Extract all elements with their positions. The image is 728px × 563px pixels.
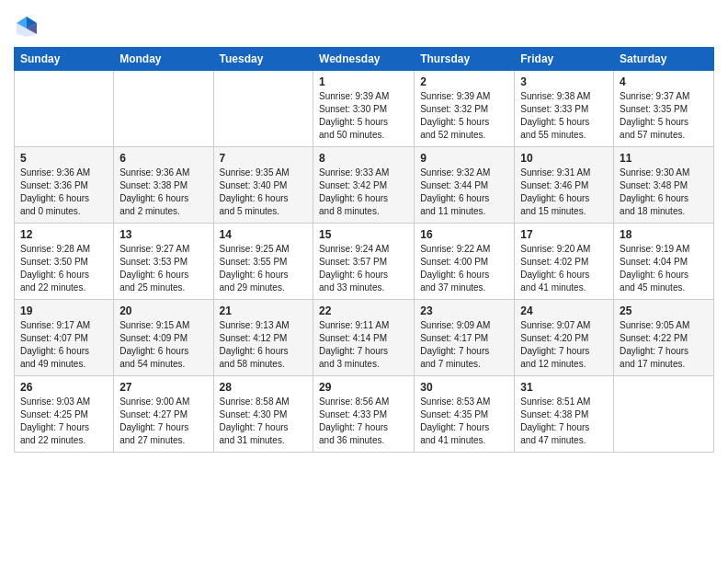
day-info: Sunrise: 8:51 AM Sunset: 4:38 PM Dayligh… — [520, 396, 608, 447]
day-info: Sunrise: 9:24 AM Sunset: 3:57 PM Dayligh… — [319, 243, 408, 294]
calendar-cell: 9Sunrise: 9:32 AM Sunset: 3:44 PM Daylig… — [415, 147, 515, 224]
calendar-cell: 27Sunrise: 9:00 AM Sunset: 4:27 PM Dayli… — [114, 376, 213, 453]
day-info: Sunrise: 9:13 AM Sunset: 4:12 PM Dayligh… — [220, 319, 308, 371]
day-number: 27 — [119, 381, 207, 394]
day-number: 4 — [620, 75, 708, 88]
calendar-cell: 18Sunrise: 9:19 AM Sunset: 4:04 PM Dayli… — [614, 224, 714, 300]
calendar-cell: 24Sunrise: 9:07 AM Sunset: 4:20 PM Dayli… — [515, 300, 614, 376]
calendar-cell: 17Sunrise: 9:20 AM Sunset: 4:02 PM Dayli… — [515, 224, 614, 300]
calendar-cell: 12Sunrise: 9:28 AM Sunset: 3:50 PM Dayli… — [15, 224, 114, 300]
calendar-week-row: 5Sunrise: 9:36 AM Sunset: 3:36 PM Daylig… — [15, 147, 714, 224]
day-number: 30 — [420, 381, 508, 394]
day-number: 10 — [520, 152, 608, 165]
day-number: 23 — [420, 304, 508, 317]
weekday-header-thursday: Thursday — [415, 48, 515, 71]
day-info: Sunrise: 9:07 AM Sunset: 4:20 PM Dayligh… — [520, 319, 608, 371]
day-number: 7 — [220, 152, 308, 165]
calendar-cell: 7Sunrise: 9:35 AM Sunset: 3:40 PM Daylig… — [213, 147, 313, 224]
day-number: 15 — [319, 228, 408, 241]
calendar-cell: 21Sunrise: 9:13 AM Sunset: 4:12 PM Dayli… — [213, 300, 313, 376]
day-number: 26 — [20, 381, 108, 394]
day-info: Sunrise: 8:58 AM Sunset: 4:30 PM Dayligh… — [220, 396, 308, 447]
calendar-cell: 23Sunrise: 9:09 AM Sunset: 4:17 PM Dayli… — [415, 300, 515, 376]
day-number: 25 — [620, 304, 708, 317]
day-number: 24 — [520, 304, 608, 317]
day-number: 17 — [520, 228, 608, 241]
calendar-week-row: 1Sunrise: 9:39 AM Sunset: 3:30 PM Daylig… — [15, 71, 714, 147]
day-info: Sunrise: 9:28 AM Sunset: 3:50 PM Dayligh… — [20, 243, 108, 294]
day-number: 11 — [620, 152, 708, 165]
day-number: 16 — [420, 228, 508, 241]
day-info: Sunrise: 9:19 AM Sunset: 4:04 PM Dayligh… — [620, 243, 708, 294]
day-number: 12 — [20, 228, 108, 241]
day-info: Sunrise: 9:35 AM Sunset: 3:40 PM Dayligh… — [220, 167, 308, 218]
calendar-cell: 1Sunrise: 9:39 AM Sunset: 3:30 PM Daylig… — [313, 71, 415, 147]
day-number: 18 — [620, 228, 708, 241]
calendar-cell: 6Sunrise: 9:36 AM Sunset: 3:38 PM Daylig… — [114, 147, 213, 224]
calendar-cell: 26Sunrise: 9:03 AM Sunset: 4:25 PM Dayli… — [15, 376, 114, 453]
day-info: Sunrise: 9:15 AM Sunset: 4:09 PM Dayligh… — [119, 319, 207, 371]
calendar-week-row: 12Sunrise: 9:28 AM Sunset: 3:50 PM Dayli… — [15, 224, 714, 300]
day-info: Sunrise: 8:56 AM Sunset: 4:33 PM Dayligh… — [319, 396, 408, 447]
day-info: Sunrise: 9:38 AM Sunset: 3:33 PM Dayligh… — [520, 90, 608, 142]
calendar-cell: 13Sunrise: 9:27 AM Sunset: 3:53 PM Dayli… — [114, 224, 213, 300]
logo-icon — [14, 14, 40, 40]
calendar-cell: 2Sunrise: 9:39 AM Sunset: 3:32 PM Daylig… — [415, 71, 515, 147]
calendar-cell: 3Sunrise: 9:38 AM Sunset: 3:33 PM Daylig… — [515, 71, 614, 147]
day-number: 29 — [319, 381, 408, 394]
day-info: Sunrise: 9:32 AM Sunset: 3:44 PM Dayligh… — [420, 167, 508, 218]
calendar-cell: 16Sunrise: 9:22 AM Sunset: 4:00 PM Dayli… — [415, 224, 515, 300]
calendar-cell — [614, 376, 714, 453]
day-info: Sunrise: 9:09 AM Sunset: 4:17 PM Dayligh… — [420, 319, 508, 371]
calendar-cell: 25Sunrise: 9:05 AM Sunset: 4:22 PM Dayli… — [614, 300, 714, 376]
day-info: Sunrise: 9:17 AM Sunset: 4:07 PM Dayligh… — [20, 319, 108, 371]
day-info: Sunrise: 9:39 AM Sunset: 3:30 PM Dayligh… — [319, 90, 408, 142]
calendar-cell: 29Sunrise: 8:56 AM Sunset: 4:33 PM Dayli… — [313, 376, 415, 453]
day-number: 22 — [319, 304, 408, 317]
day-info: Sunrise: 9:36 AM Sunset: 3:36 PM Dayligh… — [20, 167, 108, 218]
weekday-header-tuesday: Tuesday — [213, 48, 313, 71]
calendar-cell: 31Sunrise: 8:51 AM Sunset: 4:38 PM Dayli… — [515, 376, 614, 453]
day-number: 28 — [220, 381, 308, 394]
day-number: 8 — [319, 152, 408, 165]
day-info: Sunrise: 9:03 AM Sunset: 4:25 PM Dayligh… — [20, 396, 108, 447]
day-info: Sunrise: 9:39 AM Sunset: 3:32 PM Dayligh… — [420, 90, 508, 142]
day-info: Sunrise: 9:30 AM Sunset: 3:48 PM Dayligh… — [620, 167, 708, 218]
header — [14, 9, 714, 40]
day-number: 19 — [20, 304, 108, 317]
calendar-header-row: SundayMondayTuesdayWednesdayThursdayFrid… — [15, 48, 714, 71]
calendar-cell: 4Sunrise: 9:37 AM Sunset: 3:35 PM Daylig… — [614, 71, 714, 147]
day-info: Sunrise: 9:33 AM Sunset: 3:42 PM Dayligh… — [319, 167, 408, 218]
day-number: 2 — [420, 75, 508, 88]
calendar-cell: 30Sunrise: 8:53 AM Sunset: 4:35 PM Dayli… — [415, 376, 515, 453]
calendar-cell — [114, 71, 213, 147]
day-number: 31 — [520, 381, 608, 394]
day-info: Sunrise: 9:00 AM Sunset: 4:27 PM Dayligh… — [119, 396, 207, 447]
day-info: Sunrise: 9:37 AM Sunset: 3:35 PM Dayligh… — [620, 90, 708, 142]
day-number: 14 — [220, 228, 308, 241]
day-info: Sunrise: 9:11 AM Sunset: 4:14 PM Dayligh… — [319, 319, 408, 371]
day-info: Sunrise: 9:27 AM Sunset: 3:53 PM Dayligh… — [119, 243, 207, 294]
day-info: Sunrise: 9:36 AM Sunset: 3:38 PM Dayligh… — [119, 167, 207, 218]
calendar-cell: 5Sunrise: 9:36 AM Sunset: 3:36 PM Daylig… — [15, 147, 114, 224]
weekday-header-monday: Monday — [114, 48, 213, 71]
logo — [14, 14, 43, 40]
calendar-cell: 22Sunrise: 9:11 AM Sunset: 4:14 PM Dayli… — [313, 300, 415, 376]
calendar-week-row: 26Sunrise: 9:03 AM Sunset: 4:25 PM Dayli… — [15, 376, 714, 453]
day-number: 20 — [119, 304, 207, 317]
weekday-header-sunday: Sunday — [15, 48, 114, 71]
day-number: 5 — [20, 152, 108, 165]
weekday-header-friday: Friday — [515, 48, 614, 71]
day-number: 9 — [420, 152, 508, 165]
calendar-cell: 8Sunrise: 9:33 AM Sunset: 3:42 PM Daylig… — [313, 147, 415, 224]
day-info: Sunrise: 9:20 AM Sunset: 4:02 PM Dayligh… — [520, 243, 608, 294]
calendar-cell: 19Sunrise: 9:17 AM Sunset: 4:07 PM Dayli… — [15, 300, 114, 376]
calendar-cell: 28Sunrise: 8:58 AM Sunset: 4:30 PM Dayli… — [213, 376, 313, 453]
calendar-cell — [15, 71, 114, 147]
calendar-table: SundayMondayTuesdayWednesdayThursdayFrid… — [14, 47, 714, 453]
weekday-header-wednesday: Wednesday — [313, 48, 415, 71]
day-info: Sunrise: 9:05 AM Sunset: 4:22 PM Dayligh… — [620, 319, 708, 371]
day-number: 13 — [119, 228, 207, 241]
calendar-week-row: 19Sunrise: 9:17 AM Sunset: 4:07 PM Dayli… — [15, 300, 714, 376]
calendar-cell — [213, 71, 313, 147]
